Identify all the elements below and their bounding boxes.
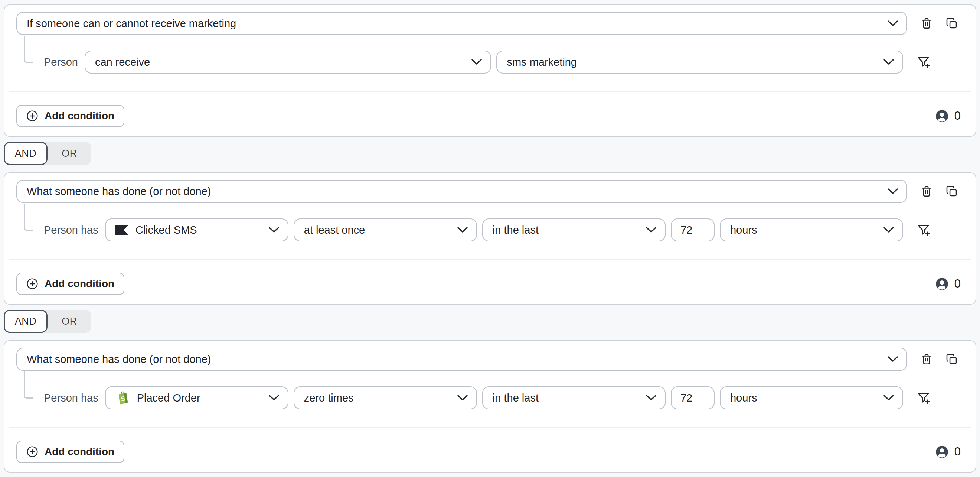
timeframe-value: in the last [493, 392, 539, 404]
card-footer: Add condition 0 [16, 105, 964, 127]
condition-type-select[interactable]: If someone can or cannot receive marketi… [16, 12, 907, 35]
copy-icon [945, 353, 958, 365]
metric-select[interactable]: S Placed Order [105, 386, 288, 409]
metric-select[interactable]: Clicked SMS [105, 219, 288, 241]
profile-count: 0 [936, 109, 964, 123]
card-divider [9, 91, 971, 92]
condition-row-label: Person [44, 56, 78, 69]
shopify-icon: S [115, 391, 130, 405]
delete-condition-button[interactable] [919, 351, 934, 367]
unit-value: hours [730, 392, 757, 404]
chevron-down-icon [877, 227, 894, 233]
add-filter-button[interactable] [916, 54, 931, 70]
chevron-down-icon [639, 394, 657, 401]
profile-count-value: 0 [955, 445, 961, 458]
consent-channel-value: sms marketing [507, 56, 577, 69]
frequency-select[interactable]: at least once [294, 219, 477, 241]
condition-connector-line [24, 372, 33, 399]
condition-type-select[interactable]: What someone has done (or not done) [16, 180, 907, 203]
condition-row: Person has S Placed Order zero times [44, 386, 931, 409]
segment-builder: If someone can or cannot receive marketi… [0, 0, 980, 472]
plus-circle-icon [26, 278, 38, 290]
delete-condition-button[interactable] [919, 183, 934, 199]
add-condition-label: Add condition [45, 278, 115, 290]
add-condition-button[interactable]: Add condition [16, 273, 124, 295]
amount-input[interactable] [671, 386, 714, 409]
consent-action-value: can receive [95, 56, 150, 69]
amount-input[interactable] [671, 219, 714, 241]
unit-select[interactable]: hours [720, 219, 903, 241]
profile-count: 0 [936, 277, 964, 290]
condition-type-row: What someone has done (or not done) [16, 180, 964, 203]
add-filter-button[interactable] [916, 222, 931, 238]
condition-type-value: What someone has done (or not done) [27, 353, 211, 365]
plus-circle-icon [26, 446, 38, 458]
group-connector-1: AND OR [4, 142, 91, 165]
trash-icon [920, 17, 933, 30]
condition-type-value: If someone can or cannot receive marketi… [27, 18, 236, 30]
add-condition-button[interactable]: Add condition [16, 105, 124, 127]
chevron-down-icon [465, 59, 482, 65]
chevron-down-icon [880, 188, 898, 195]
chevron-down-icon [880, 20, 898, 27]
filter-plus-icon [916, 391, 931, 405]
add-condition-label: Add condition [45, 446, 115, 458]
duplicate-condition-button[interactable] [944, 15, 959, 32]
duplicate-condition-button[interactable] [944, 351, 959, 367]
copy-icon [945, 185, 958, 198]
condition-type-row: If someone can or cannot receive marketi… [16, 12, 964, 35]
add-condition-button[interactable]: Add condition [16, 440, 124, 463]
profile-count-value: 0 [955, 109, 961, 123]
condition-row: Person has Clicked SMS at least once in … [44, 219, 931, 241]
chevron-down-icon [262, 227, 280, 233]
chevron-down-icon [262, 394, 280, 401]
condition-row-label: Person has [44, 224, 99, 236]
add-condition-label: Add condition [45, 110, 115, 122]
person-avatar-icon [936, 278, 948, 290]
card-divider [9, 259, 971, 260]
condition-connector-line [24, 204, 33, 231]
card-footer: Add condition 0 [16, 273, 964, 295]
chevron-down-icon [450, 227, 468, 233]
timeframe-select[interactable]: in the last [482, 219, 666, 241]
and-toggle[interactable]: AND [4, 310, 48, 333]
condition-type-select[interactable]: What someone has done (or not done) [16, 348, 907, 371]
copy-icon [945, 17, 958, 30]
condition-group-3: What someone has done (or not done) Pers… [4, 340, 976, 472]
timeframe-select[interactable]: in the last [482, 386, 666, 409]
frequency-value: zero times [304, 392, 354, 404]
condition-type-row: What someone has done (or not done) [16, 348, 964, 371]
unit-select[interactable]: hours [720, 386, 903, 409]
chevron-down-icon [877, 394, 894, 401]
condition-row-label: Person has [44, 392, 99, 404]
card-divider [9, 427, 971, 428]
delete-condition-button[interactable] [919, 15, 934, 32]
frequency-value: at least once [304, 224, 365, 236]
or-toggle[interactable]: OR [48, 310, 91, 333]
chevron-down-icon [450, 394, 468, 401]
timeframe-value: in the last [493, 224, 539, 236]
or-toggle[interactable]: OR [48, 142, 91, 165]
metric-value: Placed Order [137, 392, 200, 404]
filter-plus-icon [916, 223, 931, 237]
group-connector-2: AND OR [4, 310, 91, 333]
consent-channel-select[interactable]: sms marketing [496, 51, 903, 73]
chevron-down-icon [880, 356, 898, 362]
klaviyo-flag-icon [115, 225, 129, 235]
add-filter-button[interactable] [916, 390, 931, 406]
and-toggle[interactable]: AND [4, 142, 48, 165]
chevron-down-icon [639, 227, 657, 233]
frequency-select[interactable]: zero times [294, 386, 477, 409]
profile-count: 0 [936, 445, 964, 458]
condition-connector-line [24, 36, 33, 63]
filter-plus-icon [916, 55, 931, 69]
trash-icon [920, 353, 933, 366]
person-avatar-icon [936, 110, 948, 122]
chevron-down-icon [877, 59, 894, 65]
card-footer: Add condition 0 [16, 440, 964, 463]
duplicate-condition-button[interactable] [944, 183, 959, 199]
person-avatar-icon [936, 446, 948, 458]
consent-action-select[interactable]: can receive [84, 51, 492, 73]
trash-icon [920, 185, 933, 198]
profile-count-value: 0 [955, 277, 961, 290]
